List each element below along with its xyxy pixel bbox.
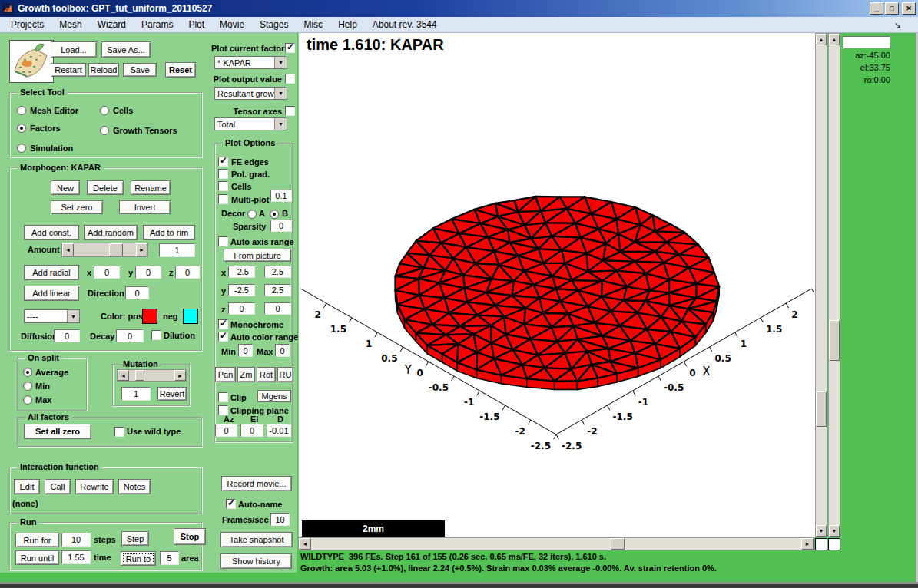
restart-button[interactable]: Restart <box>51 63 86 77</box>
mgens-button[interactable]: Mgens <box>257 390 291 402</box>
menu-about[interactable]: About rev. 3544 <box>365 18 445 31</box>
z-field[interactable]: 0 <box>175 266 200 279</box>
mutation-slider-thumb[interactable] <box>135 370 144 381</box>
scroll-left-icon[interactable]: ◄ <box>299 538 311 550</box>
run-for-button[interactable]: Run for <box>15 533 59 547</box>
mesh-3d-view[interactable]: 21.510.50-0.5-1-1.5-2-2.5-2.5-2-1.5-1-0.… <box>299 33 816 537</box>
dock-figure-icon[interactable]: ↘ <box>894 20 901 30</box>
max-radio[interactable] <box>23 395 32 405</box>
steps-field[interactable]: 10 <box>61 533 91 547</box>
monochrome-checkbox[interactable] <box>218 319 228 329</box>
close-button[interactable]: ✕ <box>902 2 916 15</box>
factor-dropdown[interactable]: * KAPAR ▼ <box>214 56 287 69</box>
y-max-field[interactable]: 2.5 <box>264 284 291 296</box>
delete-button[interactable]: Delete <box>87 180 124 195</box>
edit-button[interactable]: Edit <box>14 479 40 494</box>
sparsity-field[interactable]: 0 <box>270 220 292 232</box>
set-all-zero-button[interactable]: Set all zero <box>24 424 91 439</box>
azimuth-scrollbar-thumb[interactable] <box>829 320 840 361</box>
use-wild-type-checkbox[interactable] <box>114 427 124 437</box>
chevron-down-icon[interactable]: ▼ <box>67 310 79 322</box>
area-field[interactable]: 5 <box>160 551 179 565</box>
min-radio[interactable] <box>23 382 32 391</box>
diffusion-field[interactable]: 0 <box>54 329 80 342</box>
cells-radio[interactable] <box>100 106 109 115</box>
menu-wizard[interactable]: Wizard <box>90 18 134 31</box>
menu-plot[interactable]: Plot <box>181 18 212 31</box>
y-min-field[interactable]: -2.5 <box>228 284 255 296</box>
scroll-up-icon[interactable]: ▲ <box>816 34 827 45</box>
cells-plot-checkbox[interactable] <box>218 181 228 191</box>
run-to-button[interactable]: Run to <box>121 551 156 566</box>
frames-sec-field[interactable]: 10 <box>270 513 290 526</box>
menu-projects[interactable]: Projects <box>3 18 51 31</box>
slider-left-arrow-icon[interactable]: ◄ <box>118 370 129 381</box>
add-radial-button[interactable]: Add radial <box>24 265 79 280</box>
invert-button[interactable]: Invert <box>119 200 171 214</box>
stop-button[interactable]: Stop <box>174 528 206 545</box>
rename-button[interactable]: Rename <box>131 180 171 195</box>
menu-help[interactable]: Help <box>330 18 365 31</box>
growth-tensors-radio[interactable] <box>100 126 109 135</box>
slider-right-arrow-icon[interactable]: ► <box>174 370 186 381</box>
multi-plot-checkbox[interactable] <box>218 194 228 204</box>
scroll-right-icon[interactable]: ► <box>801 538 814 550</box>
show-history-button[interactable]: Show history <box>220 553 292 569</box>
step-button[interactable]: Step <box>121 531 149 546</box>
auto-color-range-checkbox[interactable] <box>218 332 228 342</box>
slider-right-arrow-icon[interactable]: ► <box>136 243 147 256</box>
azimuth-scrollbar[interactable]: ▲ ▼ <box>828 33 840 537</box>
z-min-field[interactable]: 0 <box>228 302 255 315</box>
save-as-button[interactable]: Save As... <box>101 41 151 58</box>
roll-scrollbar-thumb[interactable] <box>611 538 625 550</box>
rotate-button[interactable]: Rot <box>257 367 276 382</box>
amount-slider[interactable]: ◄ ► <box>61 243 148 257</box>
min-color-field[interactable]: 0 <box>238 344 253 357</box>
plot-current-factor-checkbox[interactable] <box>285 43 295 53</box>
pol-grad-checkbox[interactable] <box>218 169 228 179</box>
mesh-editor-radio[interactable] <box>17 106 26 115</box>
neg-color-swatch[interactable] <box>183 309 198 324</box>
scroll-down-icon[interactable]: ▼ <box>816 525 827 537</box>
menu-misc[interactable]: Misc <box>296 18 330 31</box>
tensor-dropdown[interactable]: Total ▼ <box>214 117 287 130</box>
menu-movie[interactable]: Movie <box>212 18 252 31</box>
el-field[interactable]: 0 <box>240 424 263 437</box>
elevation-scrollbar[interactable]: ▲ ▼ <box>815 33 827 537</box>
run-until-button[interactable]: Run until <box>15 550 59 565</box>
set-zero-button[interactable]: Set zero <box>51 200 103 214</box>
az-field[interactable]: 0 <box>215 424 237 437</box>
menu-mesh[interactable]: Mesh <box>51 18 89 31</box>
notes-button[interactable]: Notes <box>118 479 151 494</box>
mutation-slider[interactable]: ◄ ► <box>117 369 187 382</box>
amount-field[interactable]: 1 <box>159 243 195 257</box>
add-linear-button[interactable]: Add linear <box>24 286 79 301</box>
mutation-field[interactable]: 1 <box>121 387 151 401</box>
pos-color-swatch[interactable] <box>142 309 157 324</box>
decor-b-radio[interactable] <box>270 210 279 219</box>
d-field[interactable]: -0.01 <box>267 424 291 437</box>
new-button[interactable]: New <box>51 180 80 195</box>
load-button[interactable]: Load... <box>51 41 97 58</box>
decay-field[interactable]: 0 <box>116 329 144 342</box>
add-to-rim-button[interactable]: Add to rim <box>143 225 195 240</box>
reload-button[interactable]: Reload <box>88 63 119 77</box>
time-field[interactable]: 1.55 <box>61 550 91 564</box>
tensor-axes-checkbox[interactable] <box>285 106 295 116</box>
pan-button[interactable]: Pan <box>215 367 236 382</box>
revert-button[interactable]: Revert <box>157 387 187 401</box>
x-min-field[interactable]: -2.5 <box>228 266 255 278</box>
scroll-down-icon[interactable]: ▼ <box>829 525 840 537</box>
morphogen-combo[interactable]: ---- ▼ <box>24 309 80 323</box>
record-movie-button[interactable]: Record movie... <box>221 476 292 491</box>
factors-radio[interactable] <box>17 124 26 133</box>
zoom-button[interactable]: Zm <box>237 367 255 382</box>
direction-field[interactable]: 0 <box>125 286 149 299</box>
amount-slider-thumb[interactable] <box>109 243 123 256</box>
fe-edges-checkbox[interactable] <box>218 157 228 167</box>
simulation-radio[interactable] <box>17 144 26 153</box>
decor-a-radio[interactable] <box>247 210 257 219</box>
maximize-button[interactable]: □ <box>885 2 899 15</box>
plot-output-value-checkbox[interactable] <box>285 74 295 84</box>
roll-scrollbar[interactable]: ◄ ► <box>298 537 814 550</box>
